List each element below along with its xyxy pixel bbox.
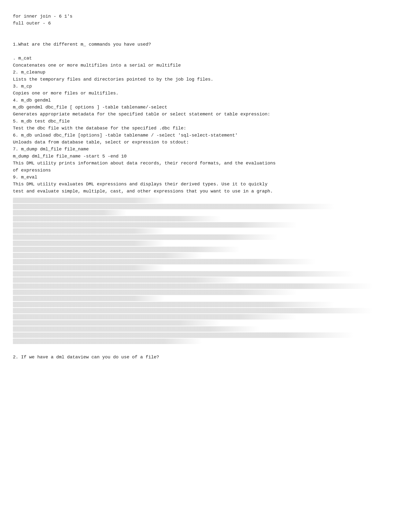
redacted-line <box>13 247 240 252</box>
redacted-line <box>13 253 202 258</box>
redacted-section-1 <box>13 198 392 344</box>
main-text-block: for inner join - 6 1's full outer - 6 1.… <box>13 13 392 195</box>
redacted-line <box>13 339 202 344</box>
redacted-line <box>13 283 373 289</box>
redacted-line <box>13 216 221 221</box>
redacted-line <box>13 314 297 320</box>
redacted-line <box>13 271 354 277</box>
redacted-line <box>13 234 278 240</box>
redacted-line <box>13 228 164 234</box>
redacted-line <box>13 265 164 271</box>
redacted-line <box>13 296 164 301</box>
redacted-line <box>13 204 335 209</box>
redacted-line <box>13 222 297 228</box>
redacted-line <box>13 240 164 246</box>
redacted-line <box>13 259 316 264</box>
redacted-line <box>13 308 373 314</box>
redacted-line <box>13 320 221 326</box>
redacted-line <box>13 332 354 338</box>
redacted-line <box>13 302 335 307</box>
redacted-line <box>13 326 259 332</box>
redacted-line <box>13 198 164 203</box>
redacted-line <box>13 210 127 215</box>
page-content: for inner join - 6 1's full outer - 6 1.… <box>13 13 392 361</box>
redacted-line <box>13 290 297 295</box>
redacted-line <box>13 277 240 283</box>
bottom-question: 2. If we have a dml dataview can you do … <box>13 354 392 361</box>
